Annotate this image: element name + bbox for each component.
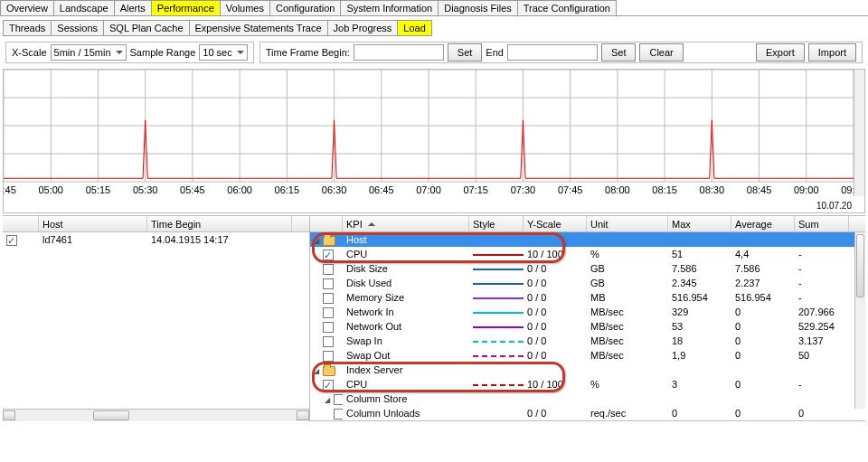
timeframe-begin-input[interactable] [354,44,444,61]
top-tab-diagnosis-files[interactable]: Diagnosis Files [438,0,518,15]
host-checkbox[interactable] [6,235,17,246]
col-avg[interactable]: Average [731,216,795,232]
svg-text:05:00: 05:00 [38,184,63,195]
kpi-checkbox[interactable] [323,336,334,347]
svg-text:07:15: 07:15 [463,184,488,195]
sample-label: Sample Range [130,47,196,58]
col-unit[interactable]: Unit [587,216,668,232]
col-host[interactable]: Host [39,216,147,232]
svg-text:09:00: 09:00 [794,184,819,195]
top-tab-volumes[interactable]: Volumes [220,0,270,15]
kpi-row[interactable]: Disk Used0 / 0GB2.3452.237- [310,276,865,290]
timeframe-end-label: End [486,47,504,58]
timeframe-end-input[interactable] [507,44,598,61]
col-yscale[interactable]: Y-Scale [524,216,587,232]
right-vscrollbar[interactable] [854,232,865,409]
top-tab-performance[interactable]: Performance [151,0,221,15]
timeframe-group: Time Frame Begin: Set End Set Clear Expo… [259,42,863,63]
kpi-checkbox[interactable] [334,394,343,405]
sub-tab-sessions[interactable]: Sessions [51,20,104,36]
kpi-row[interactable]: ◢Host [310,232,865,247]
expander-icon[interactable]: ◢ [323,393,332,406]
kpi-row[interactable]: Swap In0 / 0MB/sec1803.137 [310,334,865,348]
svg-text:06:00: 06:00 [227,184,252,195]
sub-tab-load[interactable]: Load [397,20,431,36]
style-swatch [473,269,524,270]
col-chk[interactable] [3,216,39,232]
style-swatch [473,240,524,241]
clear-button[interactable]: Clear [639,43,683,61]
col-kpi[interactable]: KPI [343,216,469,232]
kpi-checkbox[interactable] [323,278,334,289]
style-swatch [473,254,524,256]
top-tab-alerts[interactable]: Alerts [114,0,152,15]
set-end-button[interactable]: Set [601,43,637,61]
kpi-checkbox[interactable] [323,293,334,304]
svg-text:09:15: 09:15 [841,184,854,195]
svg-text:06:15: 06:15 [275,184,300,195]
col-style[interactable]: Style [469,216,524,232]
kpi-row[interactable]: Column Unloads0 / 0req./sec000 [310,406,865,420]
expander-icon[interactable]: ◢ [312,234,321,247]
folder-icon [323,366,335,376]
timeframe-begin-label: Time Frame Begin: [266,47,350,58]
kpi-row[interactable]: ◢Column Store [310,391,865,406]
kpi-checkbox[interactable] [323,264,334,275]
kpi-row[interactable]: ◢Index Server [310,363,865,377]
right-hscrollbar[interactable] [310,420,865,421]
sub-tabbar: ThreadsSessionsSQL Plan CacheExpensive S… [3,20,865,36]
kpi-checkbox[interactable] [323,307,334,318]
sub-tab-sql-plan-cache[interactable]: SQL Plan Cache [103,20,190,36]
top-tab-configuration[interactable]: Configuration [269,0,341,15]
kpi-checkbox[interactable] [323,322,334,333]
xscale-group: X-Scale 5min / 15min Sample Range 10 sec [5,42,254,63]
kpi-row[interactable]: Disk Size0 / 0GB7.5867.586- [310,261,865,276]
xscale-select[interactable]: 5min / 15min [51,44,127,61]
kpi-checkbox[interactable] [323,380,334,391]
kpi-checkbox[interactable] [334,409,343,420]
col-max[interactable]: Max [668,216,731,232]
sub-tab-threads[interactable]: Threads [3,20,52,36]
export-button[interactable]: Export [756,43,805,61]
kpi-checkbox[interactable] [323,351,334,362]
kpi-row[interactable]: Network In0 / 0MB/sec3290207.966 [310,305,865,319]
kpi-row[interactable]: CPU10 / 100%30- [310,377,865,391]
folder-icon [323,236,335,246]
kpi-row[interactable]: CPU10 / 100%514,4- [310,247,865,261]
sort-asc-icon [368,219,375,226]
top-tab-system-information[interactable]: System Information [340,0,439,15]
style-swatch [473,384,524,386]
right-col-header: KPIStyleY-ScaleUnitMaxAverageSum [310,216,865,232]
left-hscrollbar[interactable] [3,409,309,421]
svg-text:04:45: 04:45 [4,184,16,195]
chart-panel: 04:4505:0005:1505:3005:4506:0006:1506:30… [3,69,865,213]
svg-text:05:45: 05:45 [180,184,205,195]
top-tab-landscape[interactable]: Landscape [53,0,115,15]
kpi-checkbox[interactable] [323,250,334,260]
left-col-header: HostTime Begin [3,216,309,232]
kpi-row[interactable]: Memory Size0 / 0MB516.954516.954- [310,290,865,305]
svg-text:07:00: 07:00 [416,184,441,195]
svg-text:05:15: 05:15 [86,184,111,195]
top-tab-overview[interactable]: Overview [0,0,54,15]
top-tab-trace-configuration[interactable]: Trace Configuration [517,0,617,15]
col-time[interactable]: Time Begin [147,216,292,232]
set-begin-button[interactable]: Set [448,43,483,61]
chart-vscrollbar[interactable] [854,70,864,196]
sample-select[interactable]: 10 sec [199,44,247,61]
svg-text:08:45: 08:45 [747,184,772,195]
svg-text:06:45: 06:45 [369,184,394,195]
svg-text:08:30: 08:30 [700,184,725,195]
expander-icon[interactable]: ◢ [312,364,321,377]
import-button[interactable]: Import [808,43,856,61]
col-sum[interactable]: Sum [795,216,849,232]
top-tabbar: OverviewLandscapeAlertsPerformanceVolume… [0,0,868,16]
host-row[interactable]: ld746114.04.1915 14:17 [3,232,309,247]
sub-tab-job-progress[interactable]: Job Progress [327,20,399,36]
svg-text:06:30: 06:30 [322,184,347,195]
kpi-row[interactable]: Swap Out0 / 0MB/sec1,9050 [310,348,865,363]
svg-text:07:45: 07:45 [558,184,583,195]
sub-tab-expensive-statements-trace[interactable]: Expensive Statements Trace [189,20,328,36]
style-swatch [473,355,524,357]
kpi-row[interactable]: Network Out0 / 0MB/sec530529.254 [310,319,865,334]
